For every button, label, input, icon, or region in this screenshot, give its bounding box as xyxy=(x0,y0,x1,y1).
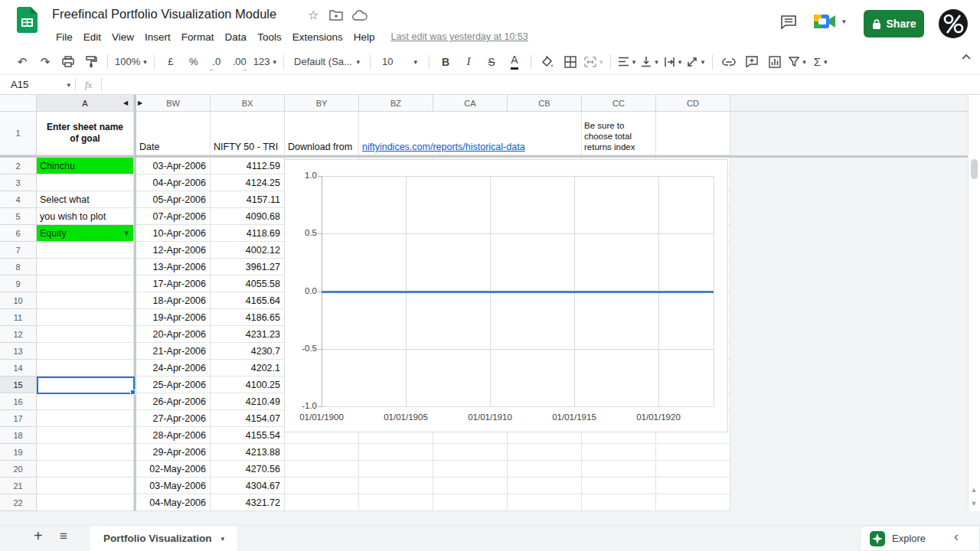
format-percent-button[interactable]: % xyxy=(185,53,203,71)
text-rotation-icon[interactable]: ▾ xyxy=(687,53,705,71)
menu-edit[interactable]: Edit xyxy=(78,30,106,44)
cell-bw18[interactable]: 28-Apr-2006 xyxy=(136,427,211,444)
cell-cc19[interactable] xyxy=(582,444,656,461)
cell-bw6[interactable]: 10-Apr-2006 xyxy=(136,225,211,242)
equity-dropdown-icon[interactable]: ▾ xyxy=(124,228,129,238)
column-header-bw[interactable]: BW xyxy=(136,95,211,112)
row-header-14[interactable]: 14 xyxy=(0,360,37,377)
cell-bx8[interactable]: 3961.27 xyxy=(211,259,285,276)
menu-format[interactable]: Format xyxy=(176,30,220,44)
column-header-bx[interactable]: BX xyxy=(211,95,285,112)
cell-bw19[interactable]: 29-Apr-2006 xyxy=(136,444,211,461)
cell-cd1[interactable] xyxy=(656,112,730,155)
cell-bw5[interactable]: 07-Apr-2006 xyxy=(136,208,211,225)
sheets-logo-icon[interactable] xyxy=(17,7,38,33)
all-sheets-menu-icon[interactable]: ≡ xyxy=(60,529,67,544)
cell-cb19[interactable] xyxy=(508,444,582,461)
cell-by22[interactable] xyxy=(285,494,359,511)
cell-bz1[interactable]: niftyindices.com/reports/historical-data xyxy=(359,112,582,155)
cell-a10[interactable] xyxy=(37,292,134,309)
column-header-by[interactable]: BY xyxy=(285,95,359,112)
cell-bw11[interactable]: 19-Apr-2006 xyxy=(136,309,211,326)
cell-bw2[interactable]: 03-Apr-2006 xyxy=(136,158,211,174)
vertical-scrollbar-thumb[interactable] xyxy=(971,159,978,179)
sheet-tab-portfolio-visualization[interactable]: Portfolio Visualization ▾ xyxy=(90,526,237,551)
insert-link-icon[interactable] xyxy=(720,53,738,71)
cell-cc20[interactable] xyxy=(582,461,656,478)
cell-a11[interactable] xyxy=(37,309,134,326)
cell-bx11[interactable]: 4186.65 xyxy=(211,309,285,326)
menu-extensions[interactable]: Extensions xyxy=(287,30,348,44)
cell-by19[interactable] xyxy=(285,444,359,461)
formula-input[interactable] xyxy=(102,75,980,94)
cell-a13[interactable] xyxy=(37,343,134,360)
cell-bw13[interactable]: 21-Apr-2006 xyxy=(136,343,211,360)
column-header-ca[interactable]: CA xyxy=(433,95,508,112)
frozen-column-divider[interactable] xyxy=(134,95,136,511)
text-wrap-icon[interactable]: ▾ xyxy=(664,53,682,71)
cell-bx18[interactable]: 4155.54 xyxy=(211,427,285,444)
menu-data[interactable]: Data xyxy=(220,30,253,44)
menu-tools[interactable]: Tools xyxy=(252,30,287,44)
hidden-columns-left-icon[interactable]: ◀ xyxy=(123,99,128,106)
cell-bx6[interactable]: 4118.69 xyxy=(211,225,285,242)
menu-view[interactable]: View xyxy=(106,30,139,44)
cloud-status-icon[interactable] xyxy=(352,10,368,21)
sheet-tab-dropdown-icon[interactable]: ▾ xyxy=(220,535,224,543)
select-all-corner[interactable] xyxy=(0,95,37,112)
cell-bw7[interactable]: 12-Apr-2006 xyxy=(136,242,211,259)
cell-cb22[interactable] xyxy=(508,494,582,511)
row-header-2[interactable]: 2 xyxy=(0,158,37,174)
cell-bw3[interactable]: 04-Apr-2006 xyxy=(136,174,211,191)
row-header-10[interactable]: 10 xyxy=(0,292,37,309)
fill-handle[interactable] xyxy=(130,390,136,395)
column-header-cc[interactable]: CC xyxy=(582,95,656,112)
cell-bx7[interactable]: 4002.12 xyxy=(211,242,285,259)
row-header-21[interactable]: 21 xyxy=(0,478,37,494)
cell-bz20[interactable] xyxy=(359,461,433,478)
comment-history-icon[interactable] xyxy=(780,15,797,30)
row-header-9[interactable]: 9 xyxy=(0,276,37,292)
cell-a9[interactable] xyxy=(37,276,134,292)
frozen-row-divider[interactable] xyxy=(0,155,968,158)
cell-a18[interactable] xyxy=(37,427,134,444)
cell-bw16[interactable]: 26-Apr-2006 xyxy=(136,393,211,410)
last-edit-link[interactable]: Last edit was yesterday at 10:53 xyxy=(390,31,528,42)
redo-icon[interactable]: ↷ xyxy=(36,53,54,71)
cell-bx2[interactable]: 4112.59 xyxy=(211,158,285,174)
cell-cd22[interactable] xyxy=(656,494,730,511)
cell-bx4[interactable]: 4157.11 xyxy=(211,191,285,208)
cell-cd20[interactable] xyxy=(656,461,730,478)
cell-by1[interactable]: Download from xyxy=(285,112,359,155)
document-title[interactable]: Freefincal Portfolio Visualization Modul… xyxy=(52,7,276,21)
share-button[interactable]: Share xyxy=(864,10,924,37)
cell-bw14[interactable]: 24-Apr-2006 xyxy=(136,360,211,377)
row-header-18[interactable]: 18 xyxy=(0,427,37,444)
cell-a14[interactable] xyxy=(37,360,134,377)
cell-cb20[interactable] xyxy=(508,461,582,478)
row-header-3[interactable]: 3 xyxy=(0,174,37,191)
cell-ca21[interactable] xyxy=(433,478,508,494)
cell-bx21[interactable]: 4304.67 xyxy=(211,478,285,494)
insert-comment-icon[interactable] xyxy=(743,53,761,71)
menu-help[interactable]: Help xyxy=(348,30,381,44)
vertical-align-icon[interactable]: ▾ xyxy=(641,53,659,71)
create-filter-icon[interactable]: ▾ xyxy=(789,53,807,71)
cell-a21[interactable] xyxy=(37,478,134,494)
menu-file[interactable]: File xyxy=(51,30,78,44)
decrease-decimal-button[interactable]: .0← xyxy=(207,53,226,71)
collapse-toolbar-icon[interactable] xyxy=(962,54,971,60)
cell-bw20[interactable]: 02-May-2006 xyxy=(136,461,211,478)
row-header-1[interactable]: 1 xyxy=(0,112,37,155)
cell-bw1[interactable]: Date xyxy=(136,112,211,155)
add-sheet-icon[interactable]: + xyxy=(34,527,43,545)
cell-a1[interactable]: Enter sheet name of goal xyxy=(37,112,134,155)
cell-a22[interactable] xyxy=(37,494,134,511)
row-header-15[interactable]: 15 xyxy=(0,377,37,393)
row-header-22[interactable]: 22 xyxy=(0,494,37,511)
cell-a6[interactable]: Equity▾ xyxy=(37,225,134,242)
cell-a12[interactable] xyxy=(37,326,134,343)
text-color-button[interactable]: A xyxy=(505,53,524,71)
cell-bx22[interactable]: 4321.72 xyxy=(211,494,285,511)
column-header-bz[interactable]: BZ xyxy=(359,95,433,112)
